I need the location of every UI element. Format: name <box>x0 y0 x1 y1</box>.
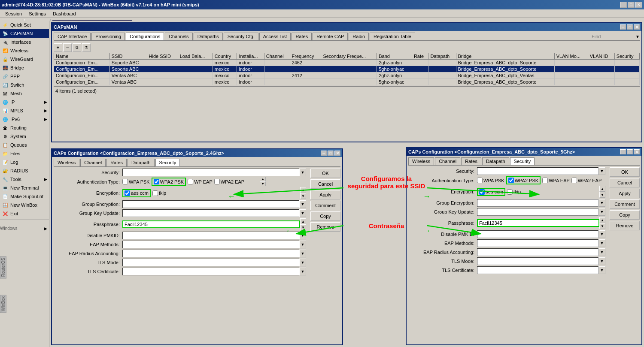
comment-button-5ghz[interactable]: Comment <box>610 199 640 209</box>
dialog-5ghz-close-btn[interactable]: ✕ <box>634 149 640 154</box>
dialog-2ghz-tab-wireless[interactable]: Wireless <box>54 159 79 166</box>
tab-remote-cap[interactable]: Remote CAP <box>313 33 348 40</box>
sidebar-item-quick-set[interactable]: ⚡ Quick Set <box>0 21 49 29</box>
comment-button-2ghz[interactable]: Comment <box>310 201 340 210</box>
eap-methods-dropdown-btn[interactable]: ▼ <box>299 241 306 248</box>
disable-pmkid-dropdown-btn[interactable]: ▼ <box>299 232 306 239</box>
table-row[interactable]: Configuracion_Em... Soporte ABC mexico i… <box>54 60 640 66</box>
tkip-checkbox-5g[interactable] <box>507 189 513 195</box>
dialog-2ghz-close-btn[interactable]: ✕ <box>334 151 340 156</box>
eap-radius-dropdown-btn-5g[interactable]: ▼ <box>598 248 605 256</box>
dialog-2ghz-tab-channel[interactable]: Channel <box>80 159 106 166</box>
dialog-2ghz-tab-rates[interactable]: Rates <box>106 159 127 166</box>
tab-provisioning[interactable]: Provisioning <box>91 33 125 40</box>
add-button[interactable]: + <box>54 43 62 52</box>
table-row[interactable]: Configuracion_Em... Ventas ABC mexico in… <box>54 79 640 85</box>
passphrase-input-2ghz[interactable] <box>122 220 300 228</box>
find-input[interactable] <box>592 34 635 39</box>
tab-registration-table[interactable]: Registration Table <box>370 33 415 40</box>
filter-btn[interactable]: ⚗ <box>82 43 91 52</box>
tls-mode-input[interactable] <box>122 259 299 266</box>
sidebar-item-bridge[interactable]: 🌉 Bridge <box>0 63 49 72</box>
eap-radius-input[interactable] <box>122 250 299 257</box>
tls-mode-dropdown-btn-5g[interactable]: ▼ <box>598 257 605 265</box>
dialog-2ghz-minimize-btn[interactable]: ─ <box>321 151 327 156</box>
tab-access-list[interactable]: Access List <box>259 33 291 40</box>
group-enc-dropdown-btn-5g[interactable]: ▼ <box>598 199 605 207</box>
sidebar-item-radius[interactable]: 🔐 RADIUS <box>0 166 49 175</box>
wpa2-psk-checkbox-5g[interactable] <box>508 178 514 183</box>
sidebar-item-wireless[interactable]: 📶 Wireless <box>0 46 49 55</box>
aes-ccm-checkbox[interactable] <box>125 190 130 196</box>
apply-button-2ghz[interactable]: Apply <box>310 190 340 199</box>
wpa-eap-checkbox[interactable] <box>188 179 193 184</box>
sidebar-item-interfaces[interactable]: 🔌 Interfaces <box>0 38 49 46</box>
pass-scroll-down[interactable]: ▼ <box>300 224 306 230</box>
dialog-5ghz-tab-security[interactable]: Security <box>510 157 535 165</box>
ok-button-5ghz[interactable]: OK <box>610 167 640 177</box>
security-dropdown-btn[interactable]: ▼ <box>299 169 306 176</box>
tab-radio[interactable]: Radio <box>349 33 369 40</box>
tls-cert-dropdown-btn[interactable]: ▼ <box>299 268 306 275</box>
tab-datapaths[interactable]: Datapaths <box>194 33 223 40</box>
enc-scroll-down-5g[interactable]: ▼ <box>599 192 605 198</box>
minimize-button[interactable]: ─ <box>620 2 627 8</box>
eap-methods-dropdown-btn-5g[interactable]: ▼ <box>598 239 605 247</box>
dialog-2ghz-tab-security[interactable]: Security <box>155 159 180 166</box>
table-row[interactable]: Configuracion_Em... Ventas ABC mexico in… <box>54 72 640 79</box>
group-key-dropdown-btn-5g[interactable]: ▼ <box>598 208 605 216</box>
group-key-input[interactable] <box>122 209 299 217</box>
dialog-5ghz-tab-datapath[interactable]: Datapath <box>482 157 509 165</box>
pass-scroll-up[interactable]: ▲ <box>300 218 306 224</box>
tls-mode-dropdown-btn[interactable]: ▼ <box>299 259 306 266</box>
sidebar-item-queues[interactable]: 📋 Queues <box>0 141 49 149</box>
remove-button-5ghz[interactable]: Remove <box>610 221 640 230</box>
apply-button-5ghz[interactable]: Apply <box>610 189 640 198</box>
dialog-5ghz-maximize-btn[interactable]: □ <box>627 149 633 154</box>
group-key-input-5g[interactable] <box>477 208 598 216</box>
sidebar-item-mesh[interactable]: 🕸 Mesh <box>0 89 49 98</box>
maximize-button[interactable]: □ <box>628 2 635 8</box>
auth-scroll-down[interactable]: ▼ <box>260 181 266 186</box>
pass-scroll-down-5g[interactable]: ▼ <box>599 223 605 229</box>
wpa2-psk-checkbox[interactable] <box>154 179 159 184</box>
copy-btn[interactable]: ⧉ <box>73 43 81 52</box>
eap-methods-input[interactable] <box>122 241 299 248</box>
sidebar-item-files[interactable]: 📁 Files <box>0 149 49 158</box>
tab-cap-interface[interactable]: CAP Interface <box>54 33 91 40</box>
wpa2-eap-checkbox[interactable] <box>214 179 220 184</box>
wpa2-eap-checkbox-5g[interactable] <box>571 178 577 183</box>
cancel-button-5ghz[interactable]: Cancel <box>610 178 640 187</box>
dialog-5ghz-tab-rates[interactable]: Rates <box>461 157 481 165</box>
group-enc-input[interactable] <box>122 200 299 208</box>
wpa-eap-checkbox-5g[interactable] <box>542 178 548 183</box>
security-input-5g[interactable] <box>477 167 598 175</box>
sidebar-item-system[interactable]: ⚙ System <box>0 132 49 141</box>
wpa-psk-checkbox-5g[interactable] <box>477 178 483 183</box>
eap-radius-dropdown-btn[interactable]: ▼ <box>299 250 306 257</box>
group-enc-dropdown-btn[interactable]: ▼ <box>299 200 306 208</box>
tls-mode-input-5g[interactable] <box>477 257 598 265</box>
security-input[interactable] <box>122 169 299 176</box>
group-key-dropdown-btn[interactable]: ▼ <box>299 209 306 217</box>
sidebar-item-new-winbox[interactable]: 🪟 New WinBox <box>0 201 49 209</box>
sidebar-item-tools[interactable]: 🔧 Tools ▶ <box>0 175 49 184</box>
security-dropdown-btn-5g[interactable]: ▼ <box>598 167 605 175</box>
capsman-close-btn[interactable]: ✕ <box>634 24 640 30</box>
aes-ccm-checkbox-5g[interactable] <box>479 189 485 195</box>
tab-channels[interactable]: Channels <box>165 33 192 40</box>
sidebar-item-switch[interactable]: 🔄 Switch <box>0 81 49 89</box>
sidebar-item-ppp[interactable]: 🔗 PPP <box>0 72 49 81</box>
sidebar-item-exit[interactable]: ❌ Exit <box>0 209 49 218</box>
enc-scroll-down[interactable]: ▼ <box>300 193 306 199</box>
sidebar-item-capsman[interactable]: 📡 CAPsMAN <box>0 29 49 38</box>
remove-button[interactable]: − <box>63 43 72 52</box>
enc-scroll-up[interactable]: ▲ <box>300 187 306 193</box>
dialog-2ghz-tab-datapath[interactable]: Datapath <box>128 159 155 166</box>
sidebar-item-new-terminal[interactable]: 💻 New Terminal <box>0 184 49 192</box>
ok-button-2ghz[interactable]: OK <box>310 169 340 178</box>
table-row[interactable]: Configuracion_Em... Soporte ABC mexico i… <box>54 66 640 72</box>
sidebar-item-ip[interactable]: 🌐 IP ▶ <box>0 98 49 106</box>
tls-cert-input-5g[interactable] <box>477 266 598 274</box>
dialog-5ghz-tab-channel[interactable]: Channel <box>435 157 460 165</box>
